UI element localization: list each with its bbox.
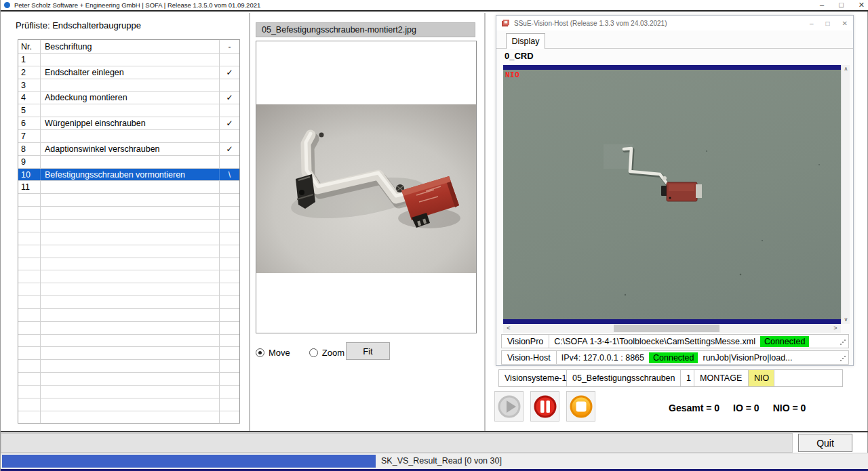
table-row[interactable]: 4Abdeckung montieren✓: [18, 92, 239, 105]
row-label-cell: [41, 194, 219, 206]
row-number-cell: [18, 373, 41, 385]
row-number-cell: [18, 194, 41, 206]
inspection-photo: [256, 104, 476, 273]
row-label-cell: [41, 270, 219, 283]
table-row[interactable]: [18, 245, 239, 258]
zoom-radio[interactable]: Zoom: [309, 348, 344, 358]
table-row[interactable]: [18, 194, 239, 207]
camera-display: NIO: [503, 65, 841, 324]
close-icon[interactable]: ✕: [859, 0, 865, 10]
maximize-icon[interactable]: □: [839, 0, 844, 10]
row-label-cell: [41, 156, 219, 168]
table-row[interactable]: [18, 386, 239, 398]
row-status-cell: [219, 360, 239, 372]
column-header-nr: Nr.: [18, 40, 41, 53]
table-row[interactable]: 11: [18, 181, 239, 194]
play-button[interactable]: [494, 391, 524, 422]
table-row[interactable]: [18, 296, 239, 309]
stop-button[interactable]: [566, 391, 595, 422]
table-row[interactable]: 3: [18, 79, 239, 92]
row-number-cell: [18, 232, 41, 245]
row-status-cell: [219, 181, 239, 193]
table-row[interactable]: [18, 283, 239, 296]
row-number-cell: [18, 245, 41, 258]
visionpro-status-row: VisionPro C:\SOFA 1-3-4-1\Toolbloecke\Ca…: [501, 334, 849, 348]
table-row[interactable]: [18, 360, 239, 373]
horizontal-scroll-thumb[interactable]: [614, 325, 719, 332]
table-row[interactable]: 10Befestigungsschrauben vormontieren\: [18, 169, 239, 182]
scroll-up-icon[interactable]: ∧: [842, 65, 850, 73]
table-row[interactable]: [18, 335, 239, 348]
result-cell-filler: [774, 370, 842, 386]
table-row[interactable]: 9: [18, 156, 239, 169]
table-row[interactable]: [18, 411, 239, 424]
vision-host-label: Vision-Host: [502, 351, 557, 364]
row-label-cell: [41, 322, 219, 334]
horizontal-scrollbar[interactable]: < >: [503, 324, 841, 333]
footer-separator: [1, 431, 868, 432]
table-row[interactable]: 7: [18, 130, 239, 143]
table-row[interactable]: [18, 207, 239, 220]
row-label-cell: [41, 207, 219, 219]
panel-splitter-right[interactable]: [484, 13, 486, 431]
table-row[interactable]: [18, 373, 239, 386]
table-row[interactable]: 6Würgenippel einschrauben✓: [18, 117, 239, 130]
progress-bar: [2, 455, 376, 468]
row-label-cell: [41, 398, 219, 411]
table-row[interactable]: 2Endschalter einlegen✓: [18, 66, 239, 79]
status-strip: [1, 433, 793, 453]
row-status-cell: ✓: [219, 143, 239, 155]
vertical-scrollbar[interactable]: ∧ ∨: [841, 65, 850, 324]
checklist-panel: Prüfliste: Endschalterbaugruppe Nr. Besc…: [1, 13, 249, 432]
camera-image: NIO: [503, 70, 841, 319]
scroll-left-icon[interactable]: <: [505, 324, 513, 333]
row-number-cell: [18, 220, 41, 232]
table-row[interactable]: 8Adaptionswinkel verschrauben✓: [18, 143, 239, 156]
row-number-cell: [18, 386, 41, 398]
counter-io: IO = 0: [733, 403, 760, 413]
row-label-cell: [41, 411, 219, 424]
visionpro-label: VisionPro: [502, 335, 549, 348]
quit-button[interactable]: Quit: [798, 434, 852, 452]
resize-grip-icon[interactable]: [844, 340, 846, 341]
table-row[interactable]: [18, 270, 239, 283]
checklist-table: Nr. Beschriftung - 12Endschalter einlege…: [18, 39, 240, 424]
table-row[interactable]: [18, 309, 239, 322]
column-header-status: -: [219, 40, 239, 53]
row-number-cell: [18, 335, 41, 347]
table-row[interactable]: [18, 322, 239, 335]
table-row[interactable]: [18, 347, 239, 360]
table-row[interactable]: [18, 258, 239, 271]
row-label-cell: [41, 181, 219, 193]
table-row[interactable]: 1: [18, 54, 239, 66]
vision-host-job: runJob|VisionPro|load...: [698, 353, 797, 363]
row-number-cell: 3: [18, 79, 41, 91]
row-number-cell: 6: [18, 117, 41, 129]
minimize-icon[interactable]: –: [820, 0, 824, 10]
image-viewer-canvas[interactable]: [256, 41, 477, 333]
row-status-cell: [219, 296, 239, 308]
move-radio-circle[interactable]: [256, 348, 264, 357]
fit-button[interactable]: Fit: [346, 342, 390, 360]
scroll-down-icon[interactable]: ∨: [842, 316, 850, 324]
vh-maximize-icon[interactable]: □: [826, 20, 830, 27]
table-row[interactable]: [18, 220, 239, 232]
table-row[interactable]: [18, 398, 239, 411]
vh-close-icon[interactable]: ✕: [842, 20, 848, 27]
vh-minimize-icon[interactable]: –: [810, 20, 814, 27]
window-title: Peter Scholz Software + Engineering GmbH…: [14, 1, 260, 9]
table-row[interactable]: [18, 232, 239, 245]
tab-display[interactable]: Display: [506, 33, 545, 49]
row-status-cell: [219, 373, 239, 385]
scroll-right-icon[interactable]: >: [831, 324, 840, 333]
row-label-cell: [41, 283, 219, 295]
row-status-cell: [219, 207, 239, 219]
table-row[interactable]: 5: [18, 104, 239, 117]
move-radio[interactable]: Move: [256, 348, 290, 358]
zoom-radio-circle[interactable]: [309, 348, 318, 357]
resize-grip-icon[interactable]: [844, 356, 846, 357]
row-label-cell: [41, 335, 219, 347]
pause-button[interactable]: [530, 391, 559, 422]
row-status-cell: [219, 245, 239, 258]
result-cell: 05_Befestigungsschrauben: [567, 370, 681, 386]
